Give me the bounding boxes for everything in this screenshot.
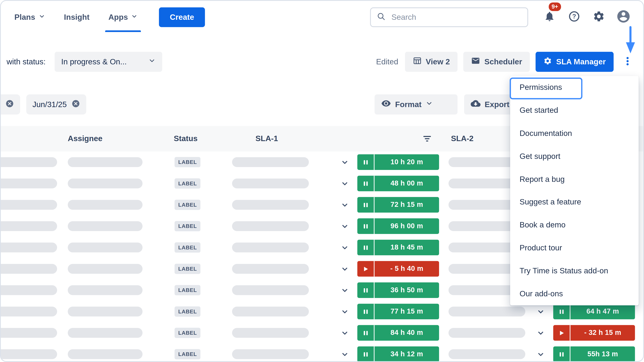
status-label-badge: LABEL [174,178,200,189]
filter-chip-date[interactable]: Jun/31/25 [26,94,86,114]
sla-time-text: - 32 h 15 m [570,329,635,337]
nav-item-insight[interactable]: Insight [64,1,90,34]
header-status: Status [174,134,198,143]
bell-icon [544,11,555,24]
menu-item-book-a-demo[interactable]: Book a demo [510,214,639,237]
sla1-timer-badge: 96 h 00 m [358,218,439,234]
toolbar-actions: Edited View 2 Scheduler [376,52,636,72]
status-label-badge: LABEL [174,157,200,167]
chevron-down-icon[interactable] [340,200,349,209]
menu-item-suggest-a-feature[interactable]: Suggest a feature [510,191,639,214]
skeleton-cell [0,157,57,167]
sla2-skeleton [448,349,525,359]
account-button[interactable] [611,5,636,29]
search-box[interactable] [370,7,528,27]
assignee-skeleton [68,328,142,338]
close-circle-icon[interactable] [5,99,14,110]
nav-icon-bar: 9+ ? [537,5,636,29]
sla1-skeleton [232,349,309,359]
sla1-skeleton [232,200,309,210]
sla2-skeleton [448,328,525,338]
primary-nav: PlansInsightApps [14,1,138,34]
filter-chip-truncated[interactable] [0,94,20,114]
menu-item-get-started[interactable]: Get started [510,99,639,122]
sla1-skeleton [232,328,309,338]
status-label-badge: LABEL [174,306,200,317]
pause-icon [358,176,375,191]
sla1-timer-badge: 18 h 45 m [358,240,439,255]
gear-icon [544,56,552,67]
sla2-timer-badge: 64 h 47 m [553,304,635,319]
notifications-button[interactable]: 9+ [537,5,562,29]
nav-item-apps[interactable]: Apps [108,1,138,34]
menu-item-get-support[interactable]: Get support [510,145,639,168]
skeleton-cell [0,200,57,210]
chevron-down-icon[interactable] [536,328,545,337]
sla-time-text: 72 h 15 m [374,201,439,209]
more-actions-button[interactable] [619,52,636,72]
sla2-skeleton [448,307,525,317]
chevron-down-icon[interactable] [340,243,349,252]
menu-item-documentation[interactable]: Documentation [510,122,639,145]
gear-icon [593,10,605,24]
nav-item-plans[interactable]: Plans [14,1,45,34]
sla1-timer-badge: 36 h 50 m [358,282,439,298]
create-button[interactable]: Create [159,7,205,27]
skeleton-cell [0,221,57,231]
menu-item-our-add-ons[interactable]: Our add-ons [510,282,639,305]
close-circle-icon[interactable] [72,99,80,110]
header-assignee: Assignee [68,134,102,143]
chevron-down-icon[interactable] [340,158,349,167]
chevron-down-icon[interactable] [536,307,545,316]
settings-button[interactable] [586,5,611,29]
status-label-badge: LABEL [174,328,200,338]
assignee-skeleton [68,178,142,188]
menu-item-product-tour[interactable]: Product tour [510,237,639,259]
status-label-badge: LABEL [174,242,200,253]
sla1-skeleton [232,221,309,231]
header-sla2: SLA-2 [451,134,474,143]
assignee-skeleton [68,285,142,295]
format-button[interactable]: Format [374,94,458,114]
svg-text:?: ? [572,13,576,20]
assignee-skeleton [68,243,142,252]
chevron-down-icon[interactable] [340,179,349,188]
chevron-down-icon[interactable] [340,286,349,295]
skeleton-cell [0,349,57,359]
chevron-down-icon[interactable] [340,307,349,316]
top-navigation: PlansInsightApps Create 9+ ? [1,1,643,34]
menu-item-permissions[interactable]: Permissions [510,76,639,99]
sla-time-text: 36 h 50 m [374,286,439,294]
eye-icon [381,98,391,110]
status-filter-dropdown[interactable]: In progress & On... [55,52,162,72]
chevron-down-icon[interactable] [340,350,349,359]
sla-manager-button[interactable]: SLA Manager [536,52,614,72]
avatar-icon [616,9,631,25]
format-button-label: Format [395,100,422,109]
kebab-icon [622,56,633,68]
filter-icon[interactable] [422,133,433,144]
table-row: LABEL34 h 12 m55h 13 m [1,344,643,362]
pause-icon [358,218,375,234]
status-label-badge: LABEL [174,285,200,295]
apps-menu: PermissionsGet startedDocumentationGet s… [510,76,639,305]
sla-time-text: 10 h 20 m [374,158,439,166]
menu-item-try-time-is-status-add-on[interactable]: Try Time is Status add-on [510,259,639,282]
view-button[interactable]: View 2 [405,52,458,72]
assignee-skeleton [68,157,142,167]
status-label-badge: LABEL [174,264,200,274]
chevron-down-icon[interactable] [340,328,349,337]
sla1-timer-badge: 72 h 15 m [358,197,439,213]
chevron-down-icon[interactable] [340,222,349,231]
chevron-down-icon[interactable] [536,350,545,359]
help-button[interactable]: ? [562,5,586,29]
pause-icon [358,154,375,170]
chevron-down-icon [426,100,433,109]
scheduler-button[interactable]: Scheduler [464,52,530,72]
app-screenshot: PlansInsightApps Create 9+ ? [0,0,644,362]
chevron-down-icon[interactable] [340,264,349,273]
search-input[interactable] [390,12,522,22]
sla-time-text: 18 h 45 m [374,243,439,252]
chevron-down-icon [131,13,138,22]
menu-item-report-a-bug[interactable]: Report a bug [510,168,639,191]
